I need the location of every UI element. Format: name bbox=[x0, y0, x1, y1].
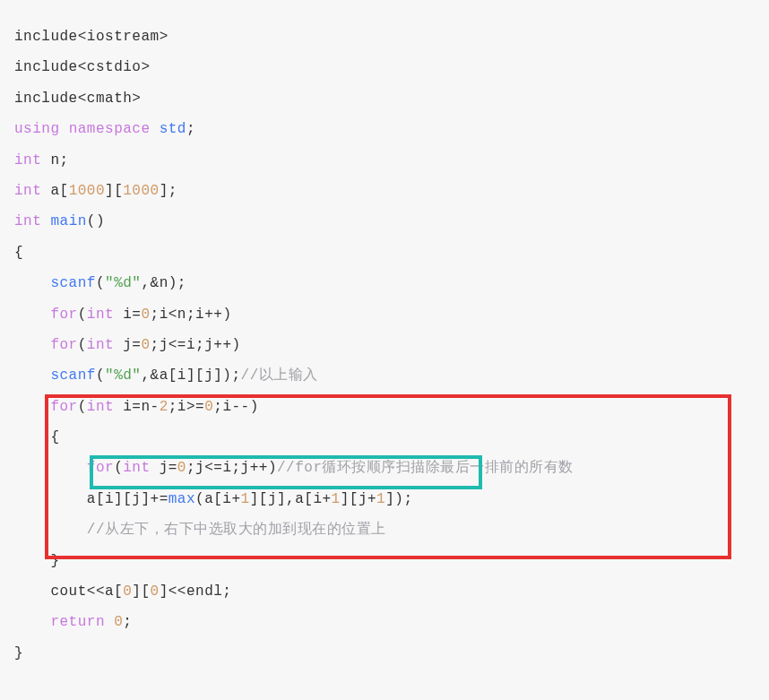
token-comment: //for循环按顺序扫描除最后一排前的所有数 bbox=[277, 460, 574, 476]
token-comment: //以上输入 bbox=[241, 367, 318, 384]
token-num: 0 bbox=[141, 307, 150, 323]
token: ;i>= bbox=[168, 399, 204, 415]
code-line: using namespace std; bbox=[14, 114, 755, 144]
token: j= bbox=[151, 460, 177, 476]
token-num: 0 bbox=[114, 614, 123, 630]
token-num: 1 bbox=[376, 491, 385, 507]
token-int: int bbox=[14, 213, 41, 229]
token: ]; bbox=[160, 183, 177, 199]
code-line: include<cmath> bbox=[14, 83, 755, 114]
code-line: scanf("%d",&n); bbox=[14, 268, 755, 298]
token-num: 0 bbox=[204, 399, 213, 415]
token-semi: ; bbox=[123, 614, 132, 630]
token-return: return bbox=[50, 614, 105, 630]
token: ;i<n;i++) bbox=[151, 307, 232, 323]
code-line: for(int i=0;i<n;i++) bbox=[14, 299, 755, 330]
token-num: 2 bbox=[160, 399, 168, 415]
token: ]); bbox=[385, 491, 412, 507]
token: ( bbox=[96, 275, 105, 291]
token: i= bbox=[114, 307, 141, 323]
token: a[i][j]+= bbox=[87, 491, 168, 507]
token-brace: } bbox=[14, 645, 23, 661]
token-n: n; bbox=[41, 152, 68, 169]
token: ,&n); bbox=[141, 275, 186, 291]
token: a[ bbox=[41, 183, 68, 199]
token-main: main bbox=[50, 213, 86, 229]
token-header: <iostream> bbox=[78, 29, 168, 45]
token-scanf: scanf bbox=[50, 367, 96, 384]
code-line: include<iostream> bbox=[14, 22, 755, 52]
token-comment: //从左下，右下中选取大的加到现在的位置上 bbox=[87, 522, 386, 538]
token: ( bbox=[78, 399, 87, 415]
token-string: "%d" bbox=[105, 367, 141, 384]
token-int: int bbox=[14, 152, 41, 169]
token-include: include bbox=[14, 91, 78, 107]
token-num: 0 bbox=[123, 583, 132, 600]
token: ( bbox=[114, 460, 123, 476]
code-line: } bbox=[14, 546, 755, 576]
token-namespace: namespace bbox=[69, 121, 151, 137]
code-line: int main() bbox=[14, 206, 755, 237]
token-num: 1 bbox=[241, 491, 250, 507]
code-line: int a[1000][1000]; bbox=[14, 176, 755, 206]
token-scanf: scanf bbox=[50, 275, 96, 291]
code-line: { bbox=[14, 422, 755, 453]
token-num: 1 bbox=[332, 491, 341, 507]
token-using: using bbox=[14, 121, 60, 137]
code-line: { bbox=[14, 238, 755, 268]
token: j= bbox=[114, 337, 141, 353]
token-num: 1000 bbox=[123, 183, 159, 199]
token-brace: } bbox=[50, 553, 59, 569]
token-brace: { bbox=[14, 245, 23, 261]
token-brace: { bbox=[50, 429, 59, 445]
code-line: for(int j=0;j<=i;j++) bbox=[14, 330, 755, 360]
code-line: include<cstdio> bbox=[14, 52, 755, 82]
token-int: int bbox=[14, 183, 41, 199]
token-semi: ; bbox=[186, 121, 195, 137]
token-for: for bbox=[50, 307, 77, 323]
token-for: for bbox=[50, 399, 77, 415]
code-block: include<iostream> include<cstdio> includ… bbox=[0, 0, 769, 700]
token-num: 1000 bbox=[69, 183, 105, 199]
token-int: int bbox=[87, 307, 114, 323]
token-include: include bbox=[14, 29, 78, 45]
token-include: include bbox=[14, 59, 78, 75]
token-string: "%d" bbox=[105, 275, 141, 291]
token-std: std bbox=[160, 121, 186, 137]
token-num: 0 bbox=[151, 583, 160, 600]
code-line: int n; bbox=[14, 145, 755, 176]
code-line: a[i][j]+=max(a[i+1][j],a[i+1][j+1]); bbox=[14, 484, 755, 514]
code-line: } bbox=[14, 638, 755, 669]
token: ( bbox=[78, 307, 87, 323]
token-for: for bbox=[50, 337, 77, 353]
token: ]<<endl; bbox=[160, 583, 232, 600]
token: i=n- bbox=[114, 399, 160, 415]
code-line: for(int j=0;j<=i;j++)//for循环按顺序扫描除最后一排前的… bbox=[14, 453, 755, 483]
token bbox=[105, 614, 114, 630]
token: ][ bbox=[105, 183, 123, 199]
token: ,&a[i][j]); bbox=[141, 367, 240, 384]
token: cout<<a[ bbox=[50, 583, 123, 600]
token-header: <cmath> bbox=[78, 91, 142, 107]
token-header: <cstdio> bbox=[78, 59, 151, 75]
token: ][ bbox=[132, 583, 150, 600]
token-int: int bbox=[123, 460, 150, 476]
token: ( bbox=[96, 367, 105, 384]
code-line: //从左下，右下中选取大的加到现在的位置上 bbox=[14, 514, 755, 545]
code-line: scanf("%d",&a[i][j]);//以上输入 bbox=[14, 360, 755, 391]
code-line: cout<<a[0][0]<<endl; bbox=[14, 576, 755, 607]
code-line: for(int i=n-2;i>=0;i--) bbox=[14, 392, 755, 422]
token-num: 0 bbox=[141, 337, 150, 353]
token: (a[i+ bbox=[195, 491, 241, 507]
token-for: for bbox=[87, 460, 114, 476]
token-int: int bbox=[87, 337, 114, 353]
token-paren: () bbox=[87, 213, 105, 229]
token: ;i--) bbox=[213, 399, 259, 415]
token-int: int bbox=[87, 399, 114, 415]
token-num: 0 bbox=[177, 460, 186, 476]
code-line: return 0; bbox=[14, 607, 755, 637]
token-max: max bbox=[168, 491, 195, 507]
token: ][j],a[i+ bbox=[250, 491, 332, 507]
token: ;j<=i;j++) bbox=[186, 460, 277, 476]
token: ( bbox=[78, 337, 87, 353]
